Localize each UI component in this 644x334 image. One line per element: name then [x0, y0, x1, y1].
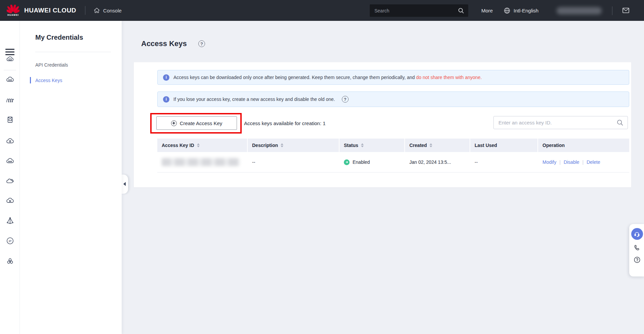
help-icon[interactable] — [633, 256, 641, 264]
cloud-media-icon[interactable] — [6, 196, 14, 205]
access-keys-table: Access Key ID Description Status Created… — [157, 139, 629, 173]
create-access-key-label: Create Access Key — [180, 120, 223, 126]
cell-status: Enabled — [339, 159, 405, 165]
cell-last-used: -- — [470, 159, 538, 165]
column-header-access-key-id[interactable]: Access Key ID — [157, 139, 248, 152]
redacted-access-key-id — [162, 158, 240, 166]
brand-title: HUAWEI CLOUD — [24, 7, 76, 14]
table-row: -- Enabled Jan 02, 2024 13:5... -- Modif… — [157, 152, 629, 173]
banner-text: If you lose your access key, create a ne… — [173, 97, 335, 102]
headset-icon[interactable] — [631, 228, 643, 240]
page-help-icon[interactable]: ? — [198, 40, 205, 47]
clouds-icon[interactable] — [6, 177, 14, 185]
language-label: Intl-English — [514, 8, 538, 13]
svg-text:IP: IP — [9, 239, 12, 243]
plus-circle-icon — [171, 120, 177, 126]
status-enabled-icon — [344, 159, 350, 165]
column-label: Access Key ID — [162, 143, 194, 148]
column-label: Status — [344, 143, 358, 148]
create-access-key-button[interactable]: Create Access Key — [156, 116, 237, 130]
console-link[interactable]: Console — [93, 7, 122, 14]
header-divider — [85, 6, 85, 15]
access-key-search — [493, 116, 628, 129]
header-search — [370, 4, 468, 17]
page-title: Access Keys — [141, 39, 187, 48]
redacted-username[interactable] — [557, 7, 602, 14]
column-label: Operation — [542, 143, 565, 148]
access-keys-panel: i Access keys can be downloaded only onc… — [134, 62, 631, 187]
page: HUAWEI HUAWEI CLOUD Console More Intl-En… — [0, 0, 644, 334]
sidebar-divider — [35, 52, 111, 52]
service-icon-rail: IP — [0, 21, 20, 334]
link-divider: | — [582, 159, 584, 165]
search-icon[interactable] — [458, 7, 464, 14]
huawei-logo[interactable]: HUAWEI — [5, 5, 21, 16]
column-header-operation: Operation — [538, 139, 629, 152]
cell-description: -- — [248, 159, 339, 165]
column-label: Last Used — [475, 143, 497, 148]
column-label: Description — [252, 143, 278, 148]
banner-text-normal: Access keys can be downloaded only once … — [173, 75, 416, 80]
banner-text-warning: do not share them with anyone. — [416, 75, 482, 80]
banner-help-icon[interactable]: ? — [342, 96, 349, 103]
home-icon — [93, 7, 100, 14]
modify-link[interactable]: Modify — [542, 159, 556, 165]
disable-link[interactable]: Disable — [564, 159, 579, 165]
available-keys-text: Access keys available for creation: 1 — [244, 113, 326, 134]
sort-icon[interactable] — [281, 143, 283, 147]
messages-button[interactable] — [622, 0, 630, 21]
info-banner-lost-key: i If you lose your access key, create a … — [157, 91, 629, 107]
access-key-search-input[interactable] — [494, 120, 616, 125]
cloud-more-icon[interactable] — [6, 157, 14, 165]
server-cloud-icon[interactable] — [6, 115, 14, 124]
pyramid-icon[interactable] — [6, 216, 14, 225]
sidebar-collapse-button[interactable] — [122, 175, 128, 194]
link-divider: | — [559, 159, 561, 165]
info-icon: i — [163, 74, 169, 81]
cloud-upload-icon[interactable] — [6, 137, 14, 146]
column-label: Created — [409, 143, 427, 148]
banner-text: Access keys can be downloaded only once … — [173, 75, 482, 80]
chevron-left-icon — [123, 182, 126, 186]
header-divider-2 — [612, 6, 612, 15]
credentials-sidebar: My Credentials API Credentials Access Ke… — [20, 21, 122, 334]
cloud-more-icon[interactable] — [6, 75, 14, 84]
table-header-row: Access Key ID Description Status Created… — [157, 139, 629, 152]
console-label: Console — [103, 8, 122, 13]
info-icon: i — [163, 96, 169, 103]
column-header-description[interactable]: Description — [248, 139, 339, 152]
active-item-indicator — [30, 77, 31, 83]
more-label: More — [481, 8, 493, 13]
status-label: Enabled — [353, 159, 370, 165]
hexagons-icon[interactable] — [6, 257, 14, 266]
header-search-input[interactable] — [370, 8, 458, 13]
top-header: HUAWEI HUAWEI CLOUD Console More Intl-En… — [0, 0, 644, 21]
waves-icon[interactable] — [6, 96, 14, 104]
support-float-widget — [629, 224, 644, 276]
search-icon[interactable] — [616, 119, 623, 126]
ip-icon[interactable]: IP — [6, 236, 14, 245]
globe-icon — [504, 7, 511, 14]
phone-icon[interactable] — [633, 244, 641, 252]
mail-icon — [622, 6, 630, 14]
sidebar-title: My Credentials — [35, 34, 83, 41]
cell-created: Jan 02, 2024 13:5... — [405, 159, 470, 165]
info-banner-security: i Access keys can be downloaded only onc… — [157, 70, 629, 85]
cloud-server-icon[interactable] — [6, 55, 14, 64]
cell-operation: Modify | Disable | Delete — [538, 159, 629, 165]
column-header-last-used[interactable]: Last Used — [470, 139, 538, 152]
sort-icon[interactable] — [361, 143, 364, 147]
sidebar-item-api-credentials[interactable]: API Credentials — [35, 62, 68, 68]
language-switch[interactable]: Intl-English — [504, 0, 538, 21]
sort-icon[interactable] — [430, 143, 432, 147]
huawei-logo-word: HUAWEI — [7, 14, 19, 16]
sidebar-item-access-keys[interactable]: Access Keys — [35, 78, 62, 83]
column-header-status[interactable]: Status — [339, 139, 405, 152]
huawei-logo-icon — [7, 5, 19, 13]
rail-divider — [4, 70, 16, 70]
more-menu[interactable]: More — [481, 0, 493, 21]
column-header-created[interactable]: Created — [405, 139, 470, 152]
delete-link[interactable]: Delete — [587, 159, 600, 165]
sort-icon[interactable] — [197, 143, 200, 147]
